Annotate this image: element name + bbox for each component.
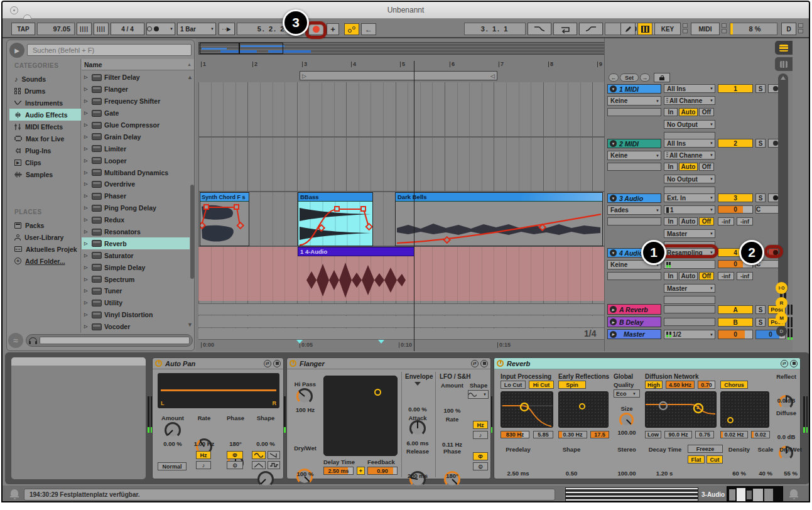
sidebar-item-user-library[interactable]: User-Library xyxy=(9,231,81,243)
delay-time-slider[interactable]: 2.50 ms xyxy=(323,467,354,475)
sidebar-item-audio-effects[interactable]: Audio Effects xyxy=(9,109,81,121)
spin-rate-slider[interactable]: 0.30 Hz xyxy=(558,431,587,438)
notification-bell-icon[interactable] xyxy=(10,489,19,499)
list-item-selected[interactable]: ▷Reverb xyxy=(82,237,190,249)
return-a-header[interactable]: ▶A Reverb xyxy=(607,304,661,315)
sidebar-item-clips[interactable]: ▶Clips xyxy=(9,156,81,168)
list-item[interactable]: ▷Vocoder xyxy=(82,321,187,333)
high-gain-slider[interactable]: 0.70 xyxy=(698,381,715,389)
env-polarity-icon[interactable] xyxy=(414,382,421,386)
back-to-arrangement-button[interactable]: ← xyxy=(361,23,376,35)
list-item[interactable]: ▷Filter Delay xyxy=(82,72,187,84)
lfo-shape-menu[interactable]: ▼ xyxy=(468,390,489,399)
cpu-meter[interactable]: 8 % xyxy=(730,23,777,35)
disclosure-icon[interactable]: ▷ xyxy=(84,277,89,282)
disclosure-icon[interactable]: ▷ xyxy=(84,122,89,127)
track2-activator[interactable]: 2 xyxy=(718,139,753,148)
stereo-value[interactable]: 100.00 xyxy=(612,470,641,477)
overview-viewport[interactable] xyxy=(239,43,283,54)
track-header-2-midi[interactable]: ▼2 MIDI xyxy=(607,139,661,148)
save-preset-icon[interactable] xyxy=(273,360,281,367)
chorus-handle[interactable] xyxy=(727,417,734,423)
disclosure-icon[interactable]: ▷ xyxy=(84,300,89,305)
loop-lock-button[interactable] xyxy=(654,73,670,82)
disclosure-icon[interactable]: ▷ xyxy=(84,111,89,116)
fold-icon[interactable]: ▼ xyxy=(610,140,617,147)
device-title-bar[interactable]: Auto Pan ⇄ xyxy=(153,358,283,369)
monitor-auto-button[interactable]: Auto xyxy=(679,163,698,171)
hot-swap-icon[interactable]: ⇄ xyxy=(471,360,479,367)
return-b-solo-button[interactable]: S xyxy=(755,318,766,327)
disclosure-icon[interactable]: ▷ xyxy=(84,205,89,210)
disclosure-icon[interactable]: ▷ xyxy=(84,241,89,246)
midi-arrangement-overdub-button[interactable] xyxy=(344,23,359,35)
list-scroll-down-icon[interactable]: ▼ xyxy=(187,322,193,328)
list-item[interactable]: ▷Flanger xyxy=(82,84,187,95)
spin-display[interactable] xyxy=(558,391,609,428)
nudge-down-button[interactable]: |||| xyxy=(77,23,92,35)
monitor-auto-button[interactable]: Auto xyxy=(679,217,698,225)
diffuse-value[interactable]: 0.0 dB xyxy=(772,433,801,440)
loop-brace[interactable]: ▷◁ xyxy=(300,71,497,80)
lo-cut-button[interactable]: Lo Cut xyxy=(501,381,526,389)
sidebar-item-instruments[interactable]: Instruments xyxy=(9,97,81,109)
density-value[interactable]: 60 % xyxy=(725,470,753,477)
return-a-activator[interactable]: A xyxy=(718,305,753,314)
return-a-solo-button[interactable]: S xyxy=(755,305,766,314)
save-preset-icon[interactable] xyxy=(480,360,488,367)
drywet-value[interactable]: 100 % xyxy=(291,470,320,477)
track2-output-type[interactable]: No Output▼ xyxy=(664,175,715,183)
list-item[interactable]: ▷Spectrum xyxy=(82,273,187,285)
locator-icon[interactable] xyxy=(296,340,303,344)
clip-bbass[interactable]: BBass xyxy=(298,192,373,246)
track1-input-type[interactable]: All Ins▼ xyxy=(664,84,715,93)
chorus-display[interactable] xyxy=(720,391,769,428)
input-filter-display[interactable] xyxy=(501,391,553,428)
track2-device-chooser[interactable]: Keine▼ xyxy=(607,151,661,160)
new-scene-button[interactable]: + xyxy=(327,23,339,35)
track1-device-chooser[interactable]: Keine▼ xyxy=(607,96,661,106)
sidebar-item-max-for-live[interactable]: Max for Live xyxy=(9,133,81,144)
normal-invert-button[interactable]: Normal xyxy=(158,462,187,470)
rate-hz-button[interactable]: Hz xyxy=(196,451,211,459)
shape-value[interactable]: 0.00 % xyxy=(251,440,281,447)
disclosure-icon[interactable]: ▷ xyxy=(84,134,89,139)
disclosure-icon[interactable]: ▷ xyxy=(84,182,89,187)
loop-start-field[interactable]: 3. 1. 1 xyxy=(464,23,526,35)
time-signature-field[interactable]: 4 / 4 xyxy=(111,23,144,35)
sidebar-item-plug-ins[interactable]: Plug-Ins xyxy=(9,144,81,156)
clip-dark-bells[interactable]: Dark Bells xyxy=(395,192,603,246)
fold-icon[interactable]: ▼ xyxy=(610,85,617,92)
clip-title-bar[interactable]: BBass xyxy=(298,193,372,202)
device-title-bar[interactable]: Flanger ⇄ xyxy=(287,358,490,369)
fold-icon[interactable]: ▼ xyxy=(610,195,617,202)
chorus-amount-slider[interactable]: 0.02 xyxy=(751,431,770,438)
wave-saw-button[interactable] xyxy=(268,451,280,459)
predelay-value[interactable]: 2.50 ms xyxy=(503,470,533,477)
session-view-tab[interactable] xyxy=(775,57,793,71)
release-value[interactable]: 200 ms xyxy=(403,472,432,479)
size-value[interactable]: 100.00 xyxy=(612,429,641,436)
track3-input-channel[interactable]: 1▼ xyxy=(664,205,715,214)
spin-button[interactable]: Spin xyxy=(558,381,586,389)
return-lane-a[interactable] xyxy=(198,303,605,315)
cut-button[interactable]: Cut xyxy=(706,455,723,464)
clip-title-bar[interactable]: Dark Bells xyxy=(396,193,602,202)
vertical-scrollbar[interactable] xyxy=(778,73,788,293)
draw-mode-button[interactable] xyxy=(620,23,636,35)
sidebar-item-samples[interactable]: Samples xyxy=(9,168,81,180)
punch-out-button[interactable] xyxy=(579,23,603,35)
er-shape-value[interactable]: 0.50 xyxy=(558,470,585,477)
wave-random-button[interactable] xyxy=(268,461,280,469)
loop-start-handle[interactable]: ▷ xyxy=(302,73,306,79)
disclosure-icon[interactable]: ▷ xyxy=(84,217,89,222)
loop-end-handle[interactable]: ◁ xyxy=(490,73,495,79)
scroll-up-icon[interactable] xyxy=(781,76,786,80)
quantization-menu[interactable]: 1 Bar▼ xyxy=(177,23,216,35)
scale-value[interactable]: 40 % xyxy=(753,470,778,477)
tempo-field[interactable]: 97.05 xyxy=(37,23,75,35)
list-item[interactable]: ▷Grain Delay xyxy=(82,131,187,143)
high-freq-slider[interactable]: 4.50 kHz xyxy=(666,381,695,389)
search-input[interactable]: Suchen (Befehl + F) xyxy=(27,44,192,56)
list-item[interactable]: ▷Multiband Dynamics xyxy=(82,166,187,178)
